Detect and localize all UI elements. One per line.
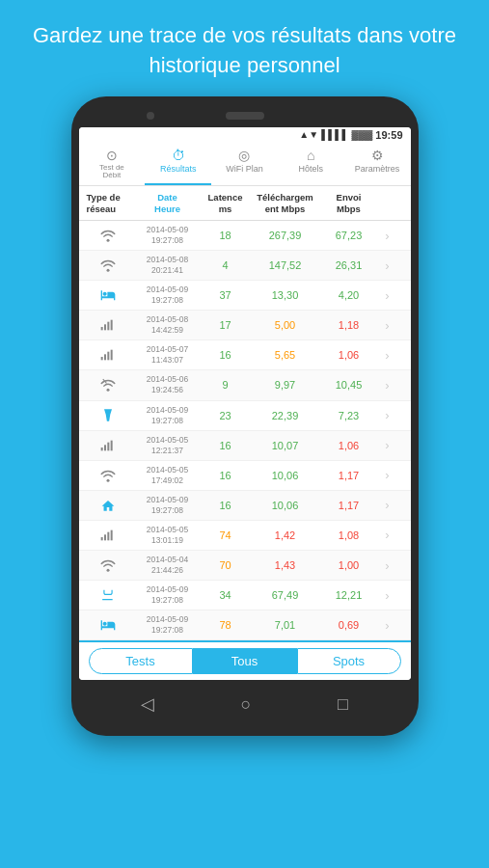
back-button[interactable]: ◁ xyxy=(141,693,154,715)
row-tele: 147,52 xyxy=(251,258,320,272)
row-chevron[interactable]: › xyxy=(378,617,397,634)
row-date: 2014-05-0517:49:02 xyxy=(135,464,201,487)
row-latence: 16 xyxy=(201,499,251,512)
row-date: 2014-05-0919:27:08 xyxy=(135,613,201,637)
row-date: 2014-05-0619:24:56 xyxy=(135,373,201,396)
nav-tabs: ⊙ Test deDébit ⏱ Résultats ◎ WiFi Plan ⌂… xyxy=(79,143,411,187)
th-latence: Latencems xyxy=(201,190,251,216)
phone-camera xyxy=(147,112,154,120)
table-row[interactable]: 2014-05-0919:27:08 37 13,30 4,20 › xyxy=(79,281,411,311)
table-row[interactable]: 2014-05-0919:27:08 78 7,01 0,69 › xyxy=(79,610,411,640)
row-icon xyxy=(81,586,135,604)
phone-top-bar xyxy=(79,108,411,127)
test-debit-label: Test deDébit xyxy=(99,164,124,181)
row-chevron[interactable]: › xyxy=(378,497,397,513)
row-date: 2014-05-0512:21:37 xyxy=(135,434,201,457)
table-row[interactable]: 2014-05-0919:27:08 16 10,06 1,17 › xyxy=(79,491,411,521)
table-row[interactable]: 2014-05-0814:42:59 17 5,00 1,18 › xyxy=(79,311,411,340)
resultats-label: Résultats xyxy=(160,164,197,174)
table-row[interactable]: 2014-05-0919:27:08 34 67,49 12,21 › xyxy=(79,581,411,610)
svg-rect-0 xyxy=(100,327,102,330)
svg-rect-4 xyxy=(100,357,102,360)
table-row[interactable]: 2014-05-0820:21:41 4 147,52 26,31 › xyxy=(79,251,411,281)
table-header: Type deréseau DateHeure Latencems Téléch… xyxy=(79,186,411,221)
row-envoi: 26,31 xyxy=(320,258,378,272)
bottom-tab-tests[interactable]: Tests xyxy=(89,648,193,674)
row-chevron[interactable]: › xyxy=(378,377,397,393)
table-row[interactable]: 2014-05-0513:01:19 74 1,42 1,08 › xyxy=(79,521,411,551)
svg-rect-11 xyxy=(107,442,109,450)
row-date: 2014-05-0919:27:08 xyxy=(135,284,201,307)
row-envoi: 7,23 xyxy=(320,409,378,422)
row-icon xyxy=(81,616,135,634)
row-chevron[interactable]: › xyxy=(378,317,397,334)
battery-icon: ▓▓▓ xyxy=(351,129,372,140)
row-latence: 23 xyxy=(201,409,251,422)
row-tele: 267,39 xyxy=(251,229,320,242)
table-row[interactable]: 2014-05-0619:24:56 9 9,97 10,45 › xyxy=(79,370,411,400)
row-icon xyxy=(81,498,135,513)
bottom-tabs: Tests Tous Spots xyxy=(79,640,411,680)
time-display: 19:59 xyxy=(375,129,402,141)
table-body: 2014-05-0919:27:08 18 267,39 67,23 › 201… xyxy=(79,221,411,640)
table-row[interactable]: 2014-05-0421:44:26 70 1,43 1,00 › xyxy=(79,551,411,581)
tab-wifi-plan[interactable]: ◎ WiFi Plan xyxy=(211,143,278,186)
row-chevron[interactable]: › xyxy=(378,258,397,274)
row-envoi: 1,00 xyxy=(320,558,378,572)
hotels-label: Hôtels xyxy=(299,164,324,174)
tab-parametres[interactable]: ⚙ Paramètres xyxy=(344,143,411,186)
row-envoi: 1,17 xyxy=(320,469,378,482)
tab-resultats[interactable]: ⏱ Résultats xyxy=(145,143,211,186)
bottom-tab-tous[interactable]: Tous xyxy=(193,648,297,674)
tab-hotels[interactable]: ⌂ Hôtels xyxy=(278,143,344,186)
svg-rect-14 xyxy=(104,534,106,540)
row-tele: 22,39 xyxy=(251,409,320,422)
phone-speaker xyxy=(226,112,264,120)
row-latence: 17 xyxy=(201,318,251,332)
row-icon xyxy=(81,317,135,333)
row-latence: 9 xyxy=(201,378,251,392)
row-tele: 7,01 xyxy=(251,618,320,632)
row-tele: 10,06 xyxy=(251,469,320,482)
row-chevron[interactable]: › xyxy=(378,557,397,574)
row-tele: 67,49 xyxy=(251,588,320,602)
svg-rect-2 xyxy=(107,322,109,331)
row-chevron[interactable]: › xyxy=(378,287,397,304)
row-icon xyxy=(81,347,135,363)
hotels-icon: ⌂ xyxy=(307,149,314,162)
row-chevron[interactable]: › xyxy=(378,467,397,483)
row-envoi: 1,08 xyxy=(320,529,378,542)
table-row[interactable]: 2014-05-0517:49:02 16 10,06 1,17 › xyxy=(79,461,411,491)
row-latence: 70 xyxy=(201,558,251,572)
row-date: 2014-05-0919:27:08 xyxy=(135,583,201,607)
row-latence: 16 xyxy=(201,348,251,362)
row-chevron[interactable]: › xyxy=(378,407,397,423)
table-row[interactable]: 2014-05-0919:27:08 18 267,39 67,23 › xyxy=(79,221,411,251)
table-row[interactable]: 2014-05-0711:43:07 16 5,65 1,06 › xyxy=(79,340,411,370)
row-date: 2014-05-0814:42:59 xyxy=(135,313,201,337)
row-chevron[interactable]: › xyxy=(378,347,397,364)
row-chevron[interactable]: › xyxy=(378,228,397,244)
row-icon xyxy=(81,557,135,573)
test-debit-icon: ⊙ xyxy=(106,149,118,162)
home-button[interactable]: ○ xyxy=(241,694,252,715)
row-latence: 37 xyxy=(201,288,251,302)
row-icon xyxy=(81,528,135,543)
svg-rect-1 xyxy=(104,325,106,331)
row-chevron[interactable]: › xyxy=(378,437,397,453)
recent-button[interactable]: □ xyxy=(338,694,348,715)
table-row[interactable]: 2014-05-0512:21:37 16 10,07 1,06 › xyxy=(79,431,411,461)
table-row[interactable]: 2014-05-0919:27:08 23 22,39 7,23 › xyxy=(79,401,411,431)
row-envoi: 0,69 xyxy=(320,618,378,632)
row-tele: 5,00 xyxy=(251,318,320,332)
bottom-tab-spots[interactable]: Spots xyxy=(297,648,401,674)
row-chevron[interactable]: › xyxy=(378,527,397,543)
row-date: 2014-05-0919:27:08 xyxy=(135,224,201,247)
svg-rect-10 xyxy=(104,445,106,450)
tab-test-debit[interactable]: ⊙ Test deDébit xyxy=(79,143,146,186)
row-latence: 78 xyxy=(201,618,251,632)
row-chevron[interactable]: › xyxy=(378,587,397,604)
row-icon xyxy=(81,468,135,483)
svg-rect-16 xyxy=(110,530,112,541)
row-latence: 16 xyxy=(201,469,251,482)
